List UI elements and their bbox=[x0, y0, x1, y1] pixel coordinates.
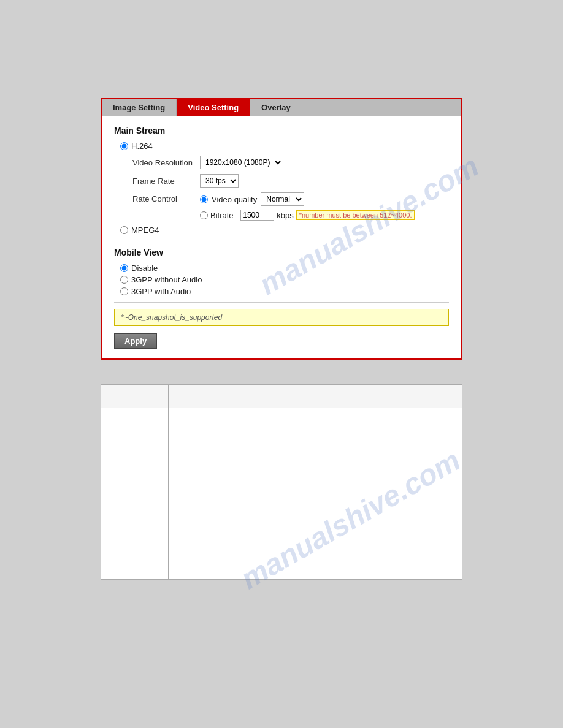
table-header-col1 bbox=[101, 385, 169, 408]
mobile-3gpp-no-audio-option[interactable]: 3GPP without Audio bbox=[120, 275, 449, 284]
divider-2 bbox=[114, 302, 449, 303]
main-panel: Image Setting Video Setting Overlay Main… bbox=[101, 98, 462, 360]
video-resolution-label: Video Resolution bbox=[132, 158, 200, 167]
apply-button[interactable]: Apply bbox=[114, 333, 157, 349]
frame-rate-select[interactable]: 30 fps 25 fps 15 fps 10 fps 5 fps bbox=[200, 174, 239, 188]
video-quality-label: Video quality bbox=[212, 195, 257, 204]
bitrate-note: *number must be between 512~4000. bbox=[296, 210, 415, 220]
table-body-col2 bbox=[169, 408, 462, 580]
codec-h264-radio[interactable] bbox=[120, 142, 128, 150]
frame-rate-row: Frame Rate 30 fps 25 fps 15 fps 10 fps 5… bbox=[132, 174, 449, 188]
bitrate-input[interactable]: 1500 bbox=[240, 210, 274, 221]
rate-control-label: Rate Control bbox=[132, 192, 200, 203]
mobile-disable-label: Disable bbox=[131, 264, 158, 273]
tab-video-setting[interactable]: Video Setting bbox=[177, 99, 250, 116]
mobile-3gpp-no-audio-radio[interactable] bbox=[120, 276, 128, 284]
bitrate-row: Bitrate 1500 kbps *number must be betwee… bbox=[200, 210, 415, 221]
table-header-col2 bbox=[169, 385, 462, 408]
mobile-view-title: Mobile View bbox=[114, 248, 449, 257]
table-header-row bbox=[101, 385, 462, 408]
codec-radio-group: H.264 bbox=[120, 142, 449, 151]
codec-mpeg4-label: MPEG4 bbox=[131, 226, 159, 235]
bitrate-radio[interactable] bbox=[200, 211, 208, 219]
mobile-3gpp-with-audio-option[interactable]: 3GPP with Audio bbox=[120, 287, 449, 296]
divider-1 bbox=[114, 241, 449, 241]
mobile-view-radio-group: Disable 3GPP without Audio 3GPP with Aud… bbox=[120, 264, 449, 296]
mobile-3gpp-with-audio-radio[interactable] bbox=[120, 287, 128, 295]
tab-overlay[interactable]: Overlay bbox=[250, 99, 302, 116]
notice-box: *~One_snapshot_is_supported bbox=[114, 309, 449, 326]
codec-h264-label: H.264 bbox=[131, 142, 153, 151]
mobile-3gpp-no-audio-label: 3GPP without Audio bbox=[131, 275, 202, 284]
video-quality-radio[interactable] bbox=[200, 195, 208, 203]
main-stream-title: Main Stream bbox=[114, 126, 449, 135]
frame-rate-label: Frame Rate bbox=[132, 176, 200, 186]
video-resolution-row: Video Resolution 1920x1080 (1080P) 1280x… bbox=[132, 156, 449, 169]
codec-h264-option[interactable]: H.264 bbox=[120, 142, 449, 151]
bottom-table bbox=[101, 384, 462, 580]
codec-mpeg4-group: MPEG4 bbox=[120, 226, 449, 235]
rate-control-row: Rate Control Video quality Lowest Low No… bbox=[132, 192, 449, 221]
bitrate-unit: kbps bbox=[277, 211, 293, 220]
mobile-3gpp-with-audio-label: 3GPP with Audio bbox=[131, 287, 191, 296]
table-body-col1 bbox=[101, 408, 169, 580]
tab-image-setting[interactable]: Image Setting bbox=[102, 99, 177, 116]
video-resolution-select[interactable]: 1920x1080 (1080P) 1280x720 (720P) 640x48… bbox=[200, 156, 283, 169]
bitrate-label: Bitrate bbox=[210, 211, 234, 220]
codec-mpeg4-radio[interactable] bbox=[120, 226, 128, 234]
table-body-row bbox=[101, 408, 462, 580]
tab-bar: Image Setting Video Setting Overlay bbox=[102, 99, 461, 116]
video-quality-select[interactable]: Lowest Low Normal High Highest bbox=[261, 192, 304, 206]
mobile-disable-radio[interactable] bbox=[120, 264, 128, 272]
codec-mpeg4-option[interactable]: MPEG4 bbox=[120, 226, 449, 235]
video-quality-row: Video quality Lowest Low Normal High Hig… bbox=[200, 192, 415, 206]
panel-body: Main Stream H.264 Video Resolution 1920x… bbox=[102, 116, 461, 358]
mobile-disable-option[interactable]: Disable bbox=[120, 264, 449, 273]
rate-control-options: Video quality Lowest Low Normal High Hig… bbox=[200, 192, 415, 221]
